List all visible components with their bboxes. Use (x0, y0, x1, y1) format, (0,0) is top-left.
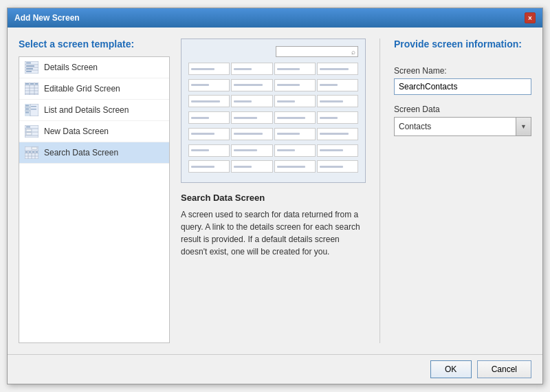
left-panel: Select a screen template: (19, 39, 170, 343)
list-details-label: List and Details Screen (44, 105, 129, 115)
svg-rect-34 (26, 127, 30, 128)
template-item-details[interactable]: Details Screen (19, 57, 169, 78)
svg-rect-32 (26, 129, 32, 131)
preview-cell (317, 79, 358, 91)
preview-cell (274, 144, 316, 157)
svg-rect-36 (32, 147, 37, 149)
preview-cell (274, 160, 316, 173)
preview-search-bar (188, 46, 358, 57)
preview-cell (231, 95, 272, 107)
template-item-new-data[interactable]: New Data Screen (19, 121, 169, 142)
preview-cell (317, 160, 358, 173)
details-screen-icon (25, 61, 38, 74)
screen-data-select[interactable]: Contacts ▼ (394, 117, 531, 136)
svg-rect-25 (25, 112, 29, 113)
template-section-title: Select a screen template: (19, 39, 170, 50)
preview-cell (274, 79, 316, 91)
svg-rect-16 (30, 83, 34, 85)
template-item-search-data[interactable]: Search Data Screen (19, 142, 169, 164)
preview-cell (317, 144, 358, 157)
svg-rect-46 (36, 151, 38, 153)
add-new-screen-dialog: Add New Screen × Select a screen templat… (7, 8, 543, 384)
dialog-content: Select a screen template: (8, 28, 542, 354)
preview-cell (317, 111, 358, 124)
svg-rect-33 (26, 133, 32, 135)
search-data-icon (25, 146, 38, 159)
svg-rect-44 (29, 151, 31, 153)
screen-name-label: Screen Name: (394, 66, 531, 76)
editable-grid-label: Editable Grid Screen (44, 84, 120, 94)
ok-button[interactable]: OK (430, 360, 472, 378)
svg-rect-23 (25, 105, 29, 107)
preview-cell (231, 111, 272, 124)
preview-cell (317, 95, 358, 107)
svg-rect-17 (35, 83, 38, 85)
preview-cell (231, 128, 272, 140)
template-list: Details Screen (19, 56, 170, 343)
right-panel: Provide screen information: Screen Name:… (394, 39, 531, 343)
preview-cell (188, 79, 230, 91)
svg-rect-24 (25, 109, 29, 110)
template-item-editable-grid[interactable]: Editable Grid Screen (19, 78, 169, 100)
preview-cell (188, 144, 230, 157)
preview-cell (231, 79, 272, 91)
cancel-button[interactable]: Cancel (477, 360, 531, 378)
dropdown-arrow-icon[interactable]: ▼ (516, 118, 531, 135)
svg-rect-43 (25, 151, 28, 153)
search-data-label: Search Data Screen (44, 148, 118, 157)
svg-rect-7 (26, 71, 32, 72)
list-details-icon (25, 104, 38, 116)
preview-cell (274, 128, 316, 140)
right-section-title: Provide screen information: (394, 39, 531, 50)
preview-cell (231, 160, 272, 173)
preview-cell (231, 144, 272, 157)
preview-cell (274, 95, 316, 107)
close-icon: × (528, 14, 532, 22)
details-screen-label: Details Screen (44, 63, 98, 72)
preview-cell (274, 63, 316, 75)
new-data-icon (25, 125, 38, 138)
preview-cell (317, 63, 358, 75)
preview-cell (188, 111, 230, 124)
svg-rect-45 (32, 151, 34, 153)
preview-area (181, 39, 366, 183)
description-area: Search Data Screen A screen used to sear… (181, 193, 366, 343)
preview-cell (188, 160, 230, 173)
screen-name-input[interactable] (394, 78, 531, 95)
svg-rect-15 (25, 83, 29, 85)
preview-cell (317, 128, 358, 140)
template-item-list-details[interactable]: List and Details Screen (19, 100, 169, 121)
close-button[interactable]: × (525, 12, 536, 23)
dialog-title: Add New Screen (14, 13, 80, 23)
svg-rect-4 (26, 63, 31, 64)
description-title: Search Data Screen (181, 193, 366, 203)
screen-data-value: Contacts (395, 119, 516, 134)
title-bar: Add New Screen × (8, 8, 542, 28)
preview-table (188, 63, 358, 175)
new-data-label: New Data Screen (44, 127, 109, 136)
screen-name-group: Screen Name: (394, 66, 531, 95)
svg-rect-6 (26, 68, 33, 69)
editable-grid-icon (25, 83, 38, 95)
preview-cell (274, 111, 316, 124)
screen-data-group: Screen Data Contacts ▼ (394, 105, 531, 136)
svg-rect-5 (26, 65, 34, 67)
preview-search-input (276, 46, 358, 57)
dialog-footer: OK Cancel (8, 354, 542, 384)
description-text: A screen used to search for data returne… (181, 208, 366, 258)
preview-cell (188, 95, 230, 107)
middle-panel: Search Data Screen A screen used to sear… (181, 39, 366, 343)
preview-cell (188, 128, 230, 140)
vertical-divider (380, 39, 380, 343)
preview-cell (231, 63, 272, 75)
svg-rect-26 (31, 106, 36, 107)
screen-data-label: Screen Data (394, 105, 531, 114)
preview-cell (188, 63, 230, 75)
svg-rect-27 (31, 109, 36, 110)
